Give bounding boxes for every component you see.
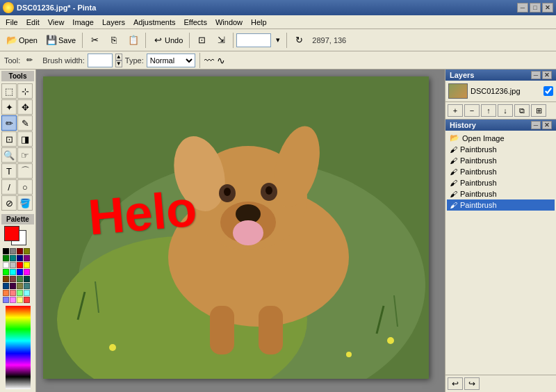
color-swatch[interactable] <box>24 283 30 289</box>
history-item[interactable]: 🖌Paintbrush <box>447 166 555 177</box>
color-swatch[interactable] <box>3 248 9 254</box>
duplicate-layer-button[interactable]: ⧉ <box>514 104 530 117</box>
color-swatch[interactable] <box>17 269 23 275</box>
history-undo-button[interactable]: ↩ <box>448 377 463 390</box>
layer-visibility-checkbox[interactable] <box>543 86 553 96</box>
color-swatch[interactable] <box>3 276 9 282</box>
maximize-button[interactable]: □ <box>530 3 541 13</box>
layer-item[interactable]: DSC01236.jpg <box>447 82 555 100</box>
color-swatch[interactable] <box>3 255 9 261</box>
color-swatch[interactable] <box>17 248 23 254</box>
add-layer-button[interactable]: + <box>448 104 463 117</box>
minimize-button[interactable]: ─ <box>517 3 528 13</box>
color-swatch[interactable] <box>10 262 16 268</box>
open-button[interactable]: 📂 Open <box>3 31 41 49</box>
zoom-tool[interactable]: 🔍 <box>1 147 17 163</box>
save-button[interactable]: 💾 Save <box>42 31 79 49</box>
canvas-area[interactable]: Helo <box>36 70 445 392</box>
color-swatch[interactable] <box>10 269 16 275</box>
color-swatch[interactable] <box>10 283 16 289</box>
color-gradient-bar[interactable] <box>6 306 31 389</box>
history-item[interactable]: 🖌Paintbrush <box>447 144 555 155</box>
color-swatch[interactable] <box>17 297 23 303</box>
fill-tool[interactable]: 🪣 <box>17 195 33 211</box>
move-layer-up-button[interactable]: ↑ <box>481 104 496 117</box>
color-swatch[interactable] <box>24 255 30 261</box>
color-swatch[interactable] <box>10 276 16 282</box>
color-swatch[interactable] <box>17 255 23 261</box>
copy-button[interactable]: ⎘ <box>105 31 123 49</box>
history-item[interactable]: 🖌Paintbrush <box>447 199 555 211</box>
history-item[interactable]: 📂Open Image <box>447 132 555 144</box>
color-swatch[interactable] <box>24 297 30 303</box>
pencil-tool[interactable]: ✎ <box>17 115 33 131</box>
merge-layers-button[interactable]: ⊞ <box>531 104 546 117</box>
close-button[interactable]: ✕ <box>542 3 553 13</box>
lines-tool[interactable]: / <box>1 179 17 195</box>
menu-item-edit[interactable]: Edit <box>22 17 44 28</box>
color-swatch[interactable] <box>3 290 9 296</box>
brush-width-input[interactable]: 40 <box>88 54 113 67</box>
resize-button[interactable]: ⇲ <box>212 31 230 49</box>
freeform-shape-tool[interactable]: ⌒ <box>17 163 33 179</box>
brush-width-up[interactable]: ▲ <box>115 54 122 60</box>
brush-type-select[interactable]: Normal Multiply Screen <box>147 54 195 67</box>
color-swatch[interactable] <box>10 297 16 303</box>
recolor-tool[interactable]: ◨ <box>17 131 33 147</box>
menu-item-image[interactable]: Image <box>68 17 98 28</box>
erase-tool[interactable]: ⊘ <box>1 195 17 211</box>
active-tool-icon[interactable]: ✏ <box>23 53 40 68</box>
history-item[interactable]: 🖌Paintbrush <box>447 155 555 166</box>
color-swatch[interactable] <box>17 262 23 268</box>
color-swatch[interactable] <box>3 269 9 275</box>
magic-wand-tool[interactable]: ✦ <box>1 99 17 115</box>
zoom-dropdown-button[interactable]: ▾ <box>272 31 284 49</box>
paintbrush-tool[interactable]: ✏ <box>1 115 17 131</box>
pan-tool[interactable]: ☞ <box>17 147 33 163</box>
color-swatch[interactable] <box>10 255 16 261</box>
color-swatch[interactable] <box>24 276 30 282</box>
color-swatch[interactable] <box>17 283 23 289</box>
menu-item-file[interactable]: File <box>1 17 22 28</box>
history-minimize-button[interactable]: ─ <box>531 121 541 129</box>
color-swatch[interactable] <box>17 290 23 296</box>
clone-tool[interactable]: ⊡ <box>1 131 17 147</box>
brush-width-down[interactable]: ▼ <box>115 60 122 67</box>
rotate-button[interactable]: ↻ <box>290 31 308 49</box>
layers-close-button[interactable]: ✕ <box>542 71 552 79</box>
delete-layer-button[interactable]: − <box>464 104 480 117</box>
color-swatch[interactable] <box>24 262 30 268</box>
menu-item-window[interactable]: Window <box>211 17 247 28</box>
history-item[interactable]: 🖌Paintbrush <box>447 188 555 199</box>
color-swatch[interactable] <box>3 297 9 303</box>
cut-button[interactable]: ✂ <box>85 31 104 49</box>
color-swatch[interactable] <box>24 269 30 275</box>
paste-button[interactable]: 📋 <box>124 31 142 49</box>
color-swatch[interactable] <box>17 276 23 282</box>
menu-item-adjustments[interactable]: Adjustments <box>129 17 180 28</box>
menu-item-effects[interactable]: Effects <box>180 17 211 28</box>
history-redo-button[interactable]: ↪ <box>464 377 480 390</box>
menu-item-help[interactable]: Help <box>247 17 271 28</box>
color-swatch[interactable] <box>3 283 9 289</box>
history-close-button[interactable]: ✕ <box>542 121 552 129</box>
color-swatch[interactable] <box>24 248 30 254</box>
foreground-color-swatch[interactable] <box>4 226 19 241</box>
rectangle-select-tool[interactable]: ⬚ <box>1 83 17 99</box>
menu-item-view[interactable]: View <box>44 17 69 28</box>
menu-item-layers[interactable]: Layers <box>98 17 129 28</box>
history-item[interactable]: 🖌Paintbrush <box>447 177 555 188</box>
freeform-select-tool[interactable]: ⊹ <box>17 83 33 99</box>
move-layer-down-button[interactable]: ↓ <box>498 104 513 117</box>
layers-minimize-button[interactable]: ─ <box>531 71 541 79</box>
undo-button[interactable]: ↩ Undo <box>149 31 186 49</box>
text-tool[interactable]: T <box>1 163 17 179</box>
move-tool[interactable]: ✥ <box>17 99 33 115</box>
color-swatch[interactable] <box>10 290 16 296</box>
crop-button[interactable]: ⊡ <box>193 31 211 49</box>
shapes-tool[interactable]: ○ <box>17 179 33 195</box>
color-swatch[interactable] <box>10 248 16 254</box>
zoom-input[interactable]: 26% <box>236 33 271 47</box>
color-swatch[interactable] <box>3 262 9 268</box>
color-swatch[interactable] <box>24 290 30 296</box>
